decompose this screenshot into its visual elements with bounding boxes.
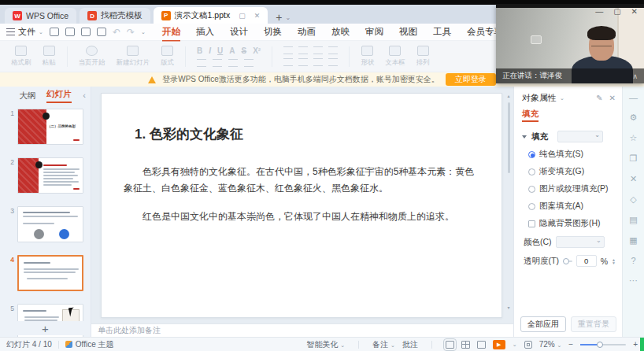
fill-section-header[interactable]: 填充 xyxy=(514,123,622,146)
shape-tools-icon[interactable]: ◇ xyxy=(630,194,636,205)
tab-restore-icon[interactable]: ▢ xyxy=(239,12,246,20)
slide-thumbnail-4-selected[interactable] xyxy=(17,255,83,291)
menu-transitions[interactable]: 切换 xyxy=(257,24,289,39)
color-dropdown[interactable] xyxy=(556,236,605,248)
menu-design[interactable]: 设计 xyxy=(223,24,255,39)
menu-slideshow[interactable]: 放映 xyxy=(324,24,357,39)
slider-handle[interactable] xyxy=(563,258,569,264)
transparency-slider[interactable] xyxy=(563,260,572,262)
scroll-up-icon[interactable]: ▴ xyxy=(505,93,512,98)
fit-slide-icon[interactable] xyxy=(524,341,532,349)
strikethrough-button[interactable]: S xyxy=(241,46,246,55)
clear-format-icon[interactable] xyxy=(244,59,254,67)
collapse-video-icon[interactable]: ∧ xyxy=(632,72,638,80)
export-icon[interactable] xyxy=(65,28,75,36)
slide-body-text[interactable]: 色彩具有独特的文化象征。在古代中国，5种色彩象征宇宙的5种基本元素：黄色象征土、… xyxy=(124,164,479,225)
menu-view[interactable]: 视图 xyxy=(392,24,424,39)
menu-review[interactable]: 审阅 xyxy=(358,24,390,39)
chart-tools-icon[interactable]: ▤ xyxy=(629,215,637,225)
slide-thumbnail-3[interactable] xyxy=(17,206,83,242)
slide-sorter-view-icon[interactable] xyxy=(461,341,470,349)
collapse-panel-icon[interactable]: ‹ xyxy=(83,91,86,100)
zoom-slider[interactable] xyxy=(580,344,626,345)
tab-wps-home[interactable]: W WPS Office xyxy=(5,8,76,24)
slide-title[interactable]: 1. 色彩的文化象征 xyxy=(135,125,502,143)
fill-option-gradient[interactable]: 渐变填充(G) xyxy=(514,163,622,180)
notes-input[interactable]: 单击此处添加备注 xyxy=(91,323,513,337)
scroll-down-icon[interactable]: ▾ xyxy=(505,305,512,310)
slideshow-play-button[interactable]: ▶ xyxy=(493,340,505,349)
collapse-strip-icon[interactable]: — xyxy=(629,93,638,102)
font-color-button[interactable]: A xyxy=(229,46,235,55)
layout-tools-icon[interactable]: ▦ xyxy=(629,235,637,246)
char-spacing-icon[interactable] xyxy=(228,59,238,67)
layers-icon[interactable]: ❐ xyxy=(630,153,638,164)
menu-home[interactable]: 开始 xyxy=(155,24,187,39)
highlight-icon[interactable] xyxy=(213,59,222,67)
fill-option-pattern[interactable]: 图案填充(A) xyxy=(514,198,622,215)
pin-icon[interactable]: ✎ xyxy=(596,94,602,102)
zoom-slider-handle[interactable] xyxy=(597,342,603,348)
indent-decrease-icon[interactable] xyxy=(313,46,323,54)
indent-increase-icon[interactable] xyxy=(328,46,338,54)
apply-all-button[interactable]: 全部应用 xyxy=(520,316,566,332)
bullet-list-icon[interactable] xyxy=(283,46,293,54)
print-icon[interactable] xyxy=(81,28,91,36)
italic-button[interactable]: I xyxy=(209,46,211,55)
fill-option-picture[interactable]: 图片或纹理填充(P) xyxy=(514,180,622,198)
undo-icon[interactable]: ↶ xyxy=(113,27,120,38)
reset-background-button[interactable]: 重置背景 xyxy=(571,316,616,332)
tab-outline[interactable]: 大纲 xyxy=(19,91,35,102)
zoom-in-button[interactable]: + xyxy=(633,340,638,349)
menu-tools[interactable]: 工具 xyxy=(426,24,458,39)
close-panel-icon[interactable]: ✕ xyxy=(609,94,616,102)
play-from-page-button[interactable]: 当页开始 xyxy=(79,46,105,68)
comments-button[interactable]: 批注 xyxy=(402,339,418,350)
transparency-value-input[interactable]: 0 xyxy=(576,255,597,267)
bold-button[interactable]: B xyxy=(197,46,202,55)
add-slide-button[interactable]: + xyxy=(0,321,91,335)
properties-icon[interactable]: ⚙ xyxy=(630,113,638,123)
slide-paragraph-2[interactable]: 红色是中国文化中的基本崇尚色，它体现了中国人在精神和物质上的追求。 xyxy=(124,209,479,225)
tab-document[interactable]: P 演示文稿1.pptx ▢ ✕ xyxy=(154,7,268,24)
paste-button[interactable]: 粘贴 xyxy=(43,46,56,68)
notes-toggle-button[interactable]: 备注 ⌄ xyxy=(372,339,395,350)
more-icon[interactable]: ⋯ xyxy=(629,275,638,286)
numbered-list-icon[interactable] xyxy=(298,46,308,54)
menu-insert[interactable]: 插入 xyxy=(189,24,221,39)
panel-tab-fill[interactable]: 填充 xyxy=(514,107,622,123)
docer-resources-icon[interactable]: ☆ xyxy=(630,133,638,143)
reading-view-icon[interactable] xyxy=(477,341,486,349)
close-icon[interactable]: ✕ xyxy=(631,7,638,16)
tab-close-icon[interactable]: ✕ xyxy=(254,12,261,20)
slide-thumbnail-1[interactable]: （二）品牌的色彩 xyxy=(17,109,83,145)
align-center-icon[interactable] xyxy=(298,58,308,66)
beautify-button[interactable]: 智能美化 ⌄ xyxy=(306,339,345,350)
underline-button[interactable]: U xyxy=(217,46,223,55)
zoom-out-button[interactable]: − xyxy=(568,340,573,349)
normal-view-icon[interactable] xyxy=(446,341,454,349)
tab-slides[interactable]: 幻灯片 xyxy=(46,89,72,103)
fill-option-solid[interactable]: 纯色填充(S) xyxy=(514,146,622,163)
share-icon[interactable] xyxy=(97,28,106,36)
tab-docer-templates[interactable]: D 找稻壳模板 xyxy=(80,8,150,24)
hide-background-checkbox[interactable]: 隐藏背景图形(H) xyxy=(514,215,622,232)
panel-title-caret-icon[interactable]: ⌄ xyxy=(560,95,564,102)
arrange-button[interactable]: 排列 xyxy=(416,46,430,68)
align-right-icon[interactable] xyxy=(313,58,323,66)
align-left-icon[interactable] xyxy=(283,58,293,66)
redo-icon[interactable]: ↷ xyxy=(127,27,135,38)
file-menu-button[interactable]: 文件 ⌄ xyxy=(6,26,43,38)
effects-icon[interactable]: ✕ xyxy=(630,174,637,184)
superscript-button[interactable]: X² xyxy=(253,46,261,55)
slide-thumbnail-2[interactable] xyxy=(17,157,83,194)
new-tab-caret-icon[interactable]: ⌄ xyxy=(285,14,291,21)
play-options-caret-icon[interactable]: ⌄ xyxy=(513,342,517,348)
shapes-button[interactable]: 形状 xyxy=(361,46,374,68)
scrollbar-thumb[interactable] xyxy=(508,102,510,173)
minimize-icon[interactable]: — xyxy=(595,7,603,16)
qat-caret-icon[interactable]: ⌄ xyxy=(141,29,146,35)
font-size-icon[interactable] xyxy=(197,59,206,67)
new-tab-button[interactable]: + ⌄ xyxy=(276,11,291,24)
login-now-button[interactable]: 立即登录 xyxy=(446,73,496,86)
